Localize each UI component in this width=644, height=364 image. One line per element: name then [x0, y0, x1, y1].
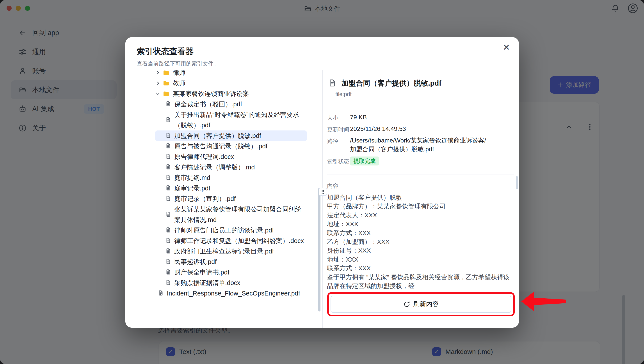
tree-item-file[interactable]: 采购票据证据清单.docx	[155, 278, 307, 288]
divider-drag-handle[interactable]	[319, 188, 327, 196]
file-icon	[165, 185, 171, 192]
tree-item-file[interactable]: 律师对原告门店员工的访谈记录.pdf	[155, 225, 307, 236]
detail-field-row: 更新时间2025/11/26 14:49:53	[327, 124, 498, 133]
content-line: 乙方（加盟商）：XXX	[327, 237, 513, 246]
tree-item-file[interactable]: 民事起诉状.pdf	[155, 256, 307, 267]
tree-item-file[interactable]: 关于推出新品“时令鲜蔬卷”的通知及经营要求（脱敏）.pdf	[155, 110, 307, 130]
content-line: 加盟合同（客户提供）脱敏	[327, 193, 513, 202]
file-detail-fields: 大小79 KB更新时间2025/11/26 14:49:53路径/Users/t…	[327, 113, 498, 166]
status-badge: 提取完成	[350, 156, 379, 166]
tree-item-folder[interactable]: 某某家餐饮连锁商业诉讼案	[155, 88, 307, 99]
file-icon	[165, 101, 171, 108]
file-icon	[165, 211, 171, 218]
tree-item-label: 教师	[173, 78, 185, 88]
refresh-button-label: 刷新内容	[413, 300, 439, 308]
file-detail-title: 加盟合同（客户提供）脱敏.pdf	[341, 78, 441, 88]
tree-item-label: 律师对原告门店员工的访谈记录.pdf	[174, 225, 274, 236]
file-icon	[165, 117, 171, 124]
file-icon	[165, 258, 171, 265]
content-scrollbar-thumb[interactable]	[516, 176, 518, 189]
tree-scrollbar-thumb[interactable]	[318, 188, 320, 312]
detail-field-value: /Users/tsubame/Work/某某家餐饮连锁商业诉讼案/加盟合同（客户…	[350, 136, 490, 154]
tree-item-file[interactable]: 加盟合同（客户提供）脱敏.pdf	[155, 130, 307, 141]
modal-subtitle: 查看当前路径下可用的索引文件。	[137, 60, 219, 67]
refresh-content-button[interactable]: 刷新内容	[331, 296, 511, 313]
file-icon	[158, 290, 164, 297]
detail-field-row: 大小79 KB	[327, 113, 498, 122]
tree-item-label: 某某家餐饮连锁商业诉讼案	[173, 88, 249, 99]
file-icon	[165, 280, 171, 286]
index-status-modal: 索引状态查看器 查看当前路径下可用的索引文件。 ✕ 律师教师某某家餐饮连锁商业诉…	[125, 37, 519, 328]
detail-field-row: 路径/Users/tsubame/Work/某某家餐饮连锁商业诉讼案/加盟合同（…	[327, 136, 498, 154]
content-line: 联系方式：XXX	[327, 228, 513, 237]
close-icon[interactable]: ✕	[503, 43, 510, 52]
content-line: 鉴于甲方拥有 “某某家” 餐饮品牌及相关经营资源，乙方希望获得该品牌在特定区域的…	[327, 273, 513, 290]
content-line: 甲方（品牌方）：某某家餐饮管理有限公司	[327, 202, 513, 210]
tree-item-file[interactable]: 庭审记录.pdf	[155, 183, 307, 194]
content-line: 地址：XXX	[327, 255, 513, 264]
content-line: 地址：XXX	[327, 220, 513, 228]
tree-item-folder[interactable]: 教师	[155, 78, 307, 88]
file-icon	[165, 227, 171, 234]
detail-divider-top	[327, 106, 514, 106]
tree-item-file[interactable]: 庭审提纲.md	[155, 172, 307, 183]
tree-item-label: 庭审记录.pdf	[174, 183, 210, 194]
tree-item-label: 加盟合同（客户提供）脱敏.pdf	[174, 130, 261, 141]
tree-item-file[interactable]: Incident_Response_Flow_SecOpsEngineer.pd…	[155, 288, 307, 298]
tree-item-label: 关于推出新品“时令鲜蔬卷”的通知及经营要求（脱敏）.pdf	[174, 110, 307, 130]
file-icon	[165, 196, 171, 202]
chevron-down-icon[interactable]	[155, 91, 160, 96]
file-icon	[165, 238, 171, 244]
tree-item-file[interactable]: 张某诉某某家餐饮管理有限公司加盟合同纠纷案具体情况.md	[155, 204, 307, 225]
detail-field-value: 2025/11/26 14:49:53	[350, 124, 406, 133]
tree-item-label: 财产保全申请书.pdf	[174, 267, 229, 278]
tree-item-file[interactable]: 保全裁定书（驳回）.pdf	[155, 99, 307, 110]
file-icon	[165, 174, 171, 181]
content-line: 身份证号：XXX	[327, 246, 513, 255]
tree-item-file[interactable]: 原告与被告沟通记录（脱敏）.pdf	[155, 141, 307, 152]
tree-item-label: 庭审提纲.md	[174, 172, 210, 183]
file-icon	[165, 143, 171, 150]
file-icon	[165, 248, 171, 255]
file-icon	[165, 132, 171, 139]
detail-field-row: 索引状态提取完成	[327, 156, 498, 166]
tree-item-file[interactable]: 客户陈述记录（调整版）.md	[155, 162, 307, 172]
tree-item-label: 原告与被告沟通记录（脱敏）.pdf	[174, 141, 267, 152]
tree-item-label: 原告律师代理词.docx	[174, 152, 234, 162]
tree-item-folder[interactable]: 律师	[155, 70, 307, 78]
tree-item-file[interactable]: 律师工作记录和复盘（加盟合同纠纷案）.docx	[155, 236, 307, 246]
detail-field-label: 路径	[327, 136, 350, 154]
modal-title: 索引状态查看器	[137, 46, 193, 57]
tree-item-label: 政府部门卫生检查达标记录目录.pdf	[174, 246, 274, 256]
file-icon	[165, 164, 171, 171]
file-tree: 律师教师某某家餐饮连锁商业诉讼案保全裁定书（驳回）.pdf关于推出新品“时令鲜蔬…	[155, 70, 307, 322]
chevron-right-icon[interactable]	[155, 80, 160, 86]
tree-item-label: Incident_Response_Flow_SecOpsEngineer.pd…	[167, 288, 300, 298]
tree-item-file[interactable]: 庭审记录（宣判）.pdf	[155, 194, 307, 204]
red-arrow-annotation	[521, 291, 568, 312]
detail-field-label: 索引状态	[327, 156, 350, 166]
panel-divider	[322, 70, 323, 328]
tree-item-label: 律师工作记录和复盘（加盟合同纠纷案）.docx	[174, 236, 304, 246]
tree-item-file[interactable]: 原告律师代理词.docx	[155, 152, 307, 162]
document-icon	[328, 79, 336, 88]
tree-item-file[interactable]: 政府部门卫生检查达标记录目录.pdf	[155, 246, 307, 256]
content-line: 联系方式：XXX	[327, 264, 513, 272]
tree-item-label: 客户陈述记录（调整版）.md	[174, 162, 255, 172]
highlight-annotation-box: 刷新内容	[327, 292, 515, 316]
file-icon	[165, 269, 171, 276]
tree-item-label: 民事起诉状.pdf	[174, 256, 217, 267]
file-detail-type: file:pdf	[335, 91, 352, 98]
content-line: 法定代表人：XXX	[327, 211, 513, 220]
tree-item-label: 张某诉某某家餐饮管理有限公司加盟合同纠纷案具体情况.md	[174, 204, 307, 225]
tree-item-file[interactable]: 财产保全申请书.pdf	[155, 267, 307, 278]
detail-divider-mid	[327, 174, 514, 174]
folder-icon	[163, 70, 170, 76]
folder-icon	[163, 80, 170, 86]
content-section-label: 内容	[327, 182, 338, 190]
tree-item-label: 律师	[173, 70, 185, 78]
tree-item-label: 采购票据证据清单.docx	[174, 278, 240, 288]
tree-item-label: 保全裁定书（驳回）.pdf	[174, 99, 242, 110]
content-preview: 加盟合同（客户提供）脱敏甲方（品牌方）：某某家餐饮管理有限公司法定代表人：XXX…	[327, 193, 513, 290]
chevron-right-icon[interactable]	[155, 70, 160, 75]
